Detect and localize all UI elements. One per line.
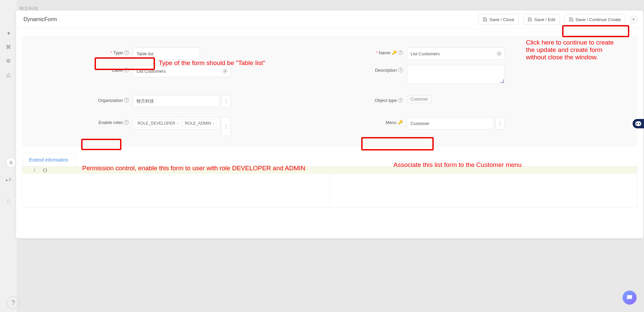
save-icon [528, 17, 532, 22]
save-icon [569, 17, 574, 22]
name-label: * Name 🔑 ? [330, 48, 407, 55]
key-icon: 🔑 [392, 50, 397, 55]
help-icon[interactable]: ? [398, 98, 403, 103]
annotation-save-continue: Click here to continue to create the upd… [526, 39, 614, 61]
annotation-menu: Associate this list form to the Customer… [393, 161, 522, 169]
modal-title: DynamicForm [23, 16, 478, 22]
help-icon[interactable]: ? [398, 68, 403, 72]
bg-checkbox: ☐ [7, 199, 10, 204]
bell-icon[interactable]: △ [6, 71, 10, 78]
help-icon[interactable]: ? [398, 50, 403, 55]
role-pill: ROLE_ADMIN× [182, 119, 217, 127]
more-icon[interactable]: ⋮ [495, 117, 505, 129]
organization-value: 牧言科技 [137, 98, 154, 104]
dynamic-form-modal: DynamicForm Save / Close Save / Edit Sav… [16, 10, 643, 238]
highlight-save-continue [562, 25, 629, 37]
highlight-enable-roles [81, 139, 121, 150]
enable-roles-label: Enable roles ? [22, 117, 133, 125]
save-continue-label: Save / Continue Create [576, 17, 621, 22]
code-content: {} [39, 167, 47, 174]
annotation-roles: Permission control, enable this form to … [82, 165, 305, 172]
tree-item[interactable]: ▸ F [6, 178, 12, 182]
sidebar: ✦ ⌘ ⚙ △ [0, 0, 17, 312]
more-icon[interactable]: ⋮ [221, 117, 231, 136]
description-label: Description ? [330, 65, 407, 73]
code-editor[interactable]: 1 {} [22, 166, 637, 208]
role-pill: ROLE_DEVELOPER× [135, 119, 181, 127]
object-type-label: Object type ? [330, 95, 407, 103]
clear-icon[interactable]: ✕ [222, 68, 228, 74]
object-type-badge: Customer [407, 95, 432, 103]
menu-value: Customer [411, 121, 429, 126]
annotation-type: Type of the form should be "Table list" [159, 59, 265, 67]
help-icon[interactable]: ? [124, 50, 129, 55]
close-icon[interactable]: ✕ [630, 16, 637, 23]
type-value: Table list [137, 51, 154, 56]
highlight-menu [361, 137, 434, 150]
help-button[interactable]: ? [7, 296, 19, 309]
more-icon[interactable]: ⋮ [221, 95, 231, 107]
clear-icon[interactable]: ✕ [496, 51, 502, 56]
help-icon[interactable]: ? [124, 98, 129, 103]
save-close-button[interactable]: Save / Close [478, 14, 519, 25]
connection-icon[interactable]: ⌘ [6, 44, 11, 50]
save-edit-label: Save / Edit [534, 17, 555, 22]
enable-roles-input[interactable]: ROLE_DEVELOPER× ROLE_ADMIN× [133, 117, 220, 129]
help-icon[interactable]: ? [124, 120, 129, 125]
document-icon[interactable]: 🗎 [6, 158, 16, 168]
menu-input[interactable]: Customer [407, 117, 494, 129]
remove-icon[interactable]: × [177, 121, 179, 125]
key-icon: 🔑 [398, 120, 403, 125]
highlight-type [95, 57, 155, 70]
tab-extend-information[interactable]: Extend information [22, 153, 75, 166]
chat-button[interactable] [623, 291, 637, 305]
modal-header: DynamicForm Save / Close Save / Edit Sav… [16, 10, 643, 29]
resize-handle[interactable] [500, 79, 504, 83]
save-continue-button[interactable]: Save / Continue Create [565, 14, 625, 25]
robot-icon [635, 121, 641, 126]
remove-icon[interactable]: × [212, 121, 214, 125]
assistant-button[interactable] [633, 119, 644, 128]
organization-label: Organization ? [22, 95, 133, 103]
gear-icon[interactable]: ⚙ [6, 58, 11, 64]
save-close-label: Save / Close [489, 17, 514, 22]
line-number: 1 [22, 167, 39, 174]
type-label: * Type ? [22, 48, 133, 55]
save-edit-button[interactable]: Save / Edit [523, 14, 560, 25]
chat-icon [626, 294, 633, 301]
menu-label: Menu 🔑 [330, 117, 407, 125]
description-input[interactable] [407, 65, 505, 84]
asterisk-icon[interactable]: ✦ [6, 30, 11, 37]
organization-input[interactable]: 牧言科技 [133, 95, 220, 107]
save-icon [483, 17, 487, 22]
name-input[interactable]: List Customers ✕ [407, 48, 505, 60]
name-value: List Customers [411, 51, 440, 56]
